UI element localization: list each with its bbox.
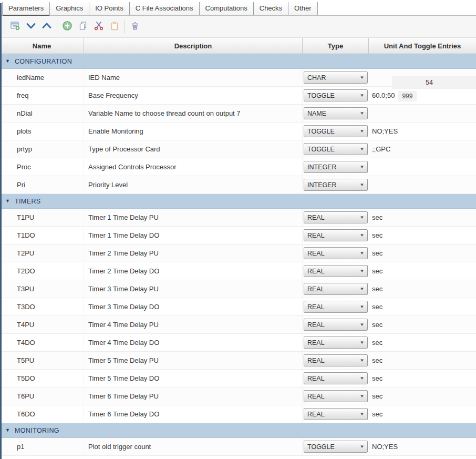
- param-description-cell[interactable]: Type of Processor Card: [84, 140, 303, 158]
- type-dropdown[interactable]: REAL ▼: [304, 319, 368, 331]
- collapse-triangle-icon[interactable]: ▼: [5, 59, 10, 64]
- type-dropdown[interactable]: REAL ▼: [304, 229, 368, 241]
- tab-other[interactable]: Other: [288, 2, 318, 15]
- move-down-button[interactable]: [23, 19, 39, 35]
- unit-editor-box[interactable]: 999: [398, 91, 417, 101]
- param-unit-cell[interactable]: sec: [369, 387, 476, 405]
- param-name-cell[interactable]: T5DO: [0, 370, 84, 387]
- param-unit-cell[interactable]: ;;GPC: [369, 140, 476, 158]
- param-name-cell[interactable]: T6DO: [0, 405, 84, 423]
- param-unit-cell[interactable]: NO;YES: [369, 438, 476, 455]
- param-description-cell[interactable]: Timer 1 Time Delay PU: [84, 209, 303, 226]
- param-unit-cell[interactable]: [369, 158, 476, 176]
- section-header[interactable]: ▼ TIMERS: [0, 194, 476, 209]
- param-unit-cell[interactable]: sec: [369, 227, 476, 244]
- tab-graphics[interactable]: Graphics: [50, 2, 89, 15]
- param-description-cell[interactable]: Timer 6 Time Delay DO: [84, 405, 303, 423]
- param-unit-cell[interactable]: sec: [369, 334, 476, 351]
- type-dropdown[interactable]: CHAR ▼: [304, 72, 368, 84]
- param-name-cell[interactable]: Pri: [0, 176, 84, 193]
- param-unit-cell[interactable]: sec: [369, 370, 476, 387]
- param-unit-cell[interactable]: NO;YES: [369, 123, 476, 140]
- param-description-cell[interactable]: Timer 4 Time Delay PU: [84, 316, 303, 333]
- section-header[interactable]: ▼ MONITORING: [0, 423, 476, 438]
- type-dropdown[interactable]: TOGGLE ▼: [304, 143, 368, 155]
- param-description-cell[interactable]: Enable Monitoring: [84, 123, 303, 140]
- param-name-cell[interactable]: nDial: [0, 105, 84, 122]
- param-description-cell[interactable]: Timer 3 Time Delay PU: [84, 280, 303, 298]
- param-unit-cell[interactable]: [369, 105, 476, 122]
- param-description-cell[interactable]: Assigned Controls Processor: [84, 158, 303, 176]
- section-header[interactable]: ▼ CONFIGURATION: [0, 54, 476, 69]
- column-header-name[interactable]: Name: [0, 38, 84, 54]
- param-unit-cell[interactable]: sec: [369, 316, 476, 333]
- move-up-button[interactable]: [39, 19, 55, 35]
- paste-button[interactable]: [107, 19, 122, 35]
- column-header-unit[interactable]: Unit And Toggle Entries: [369, 38, 476, 54]
- param-description-cell[interactable]: Timer 5 Time Delay PU: [84, 352, 303, 369]
- type-dropdown[interactable]: TOGGLE ▼: [304, 441, 368, 453]
- add-parameter-row-button[interactable]: [7, 19, 23, 35]
- param-description-cell[interactable]: Variable Name to choose thread count on …: [84, 105, 303, 122]
- param-name-cell[interactable]: T2PU: [0, 244, 84, 262]
- param-description-cell[interactable]: Timer 1 Time Delay DO: [84, 227, 303, 244]
- param-unit-cell[interactable]: sec: [369, 405, 476, 423]
- param-name-cell[interactable]: p1: [0, 438, 84, 455]
- type-dropdown[interactable]: REAL ▼: [304, 408, 368, 420]
- type-dropdown[interactable]: INTEGER ▼: [304, 161, 368, 173]
- type-dropdown[interactable]: INTEGER ▼: [304, 179, 368, 191]
- tab-c-file-associations[interactable]: C File Associations: [130, 2, 200, 15]
- param-unit-cell[interactable]: sec: [369, 209, 476, 226]
- tab-io-points[interactable]: IO Points: [89, 2, 129, 15]
- unit-editor-box[interactable]: 54: [392, 76, 476, 89]
- type-dropdown[interactable]: TOGGLE ▼: [304, 89, 368, 101]
- param-description-cell[interactable]: Plot old trigger count: [84, 438, 303, 455]
- param-name-cell[interactable]: plots: [0, 123, 84, 140]
- param-unit-cell[interactable]: 54: [369, 69, 476, 86]
- type-dropdown[interactable]: REAL ▼: [304, 336, 368, 349]
- param-name-cell[interactable]: prtyp: [0, 140, 84, 158]
- add-button[interactable]: [59, 19, 75, 35]
- type-dropdown[interactable]: REAL ▼: [304, 283, 368, 295]
- tab-computations[interactable]: Computations: [200, 2, 254, 15]
- type-dropdown[interactable]: REAL ▼: [304, 247, 368, 259]
- param-description-cell[interactable]: Base Frequency: [84, 87, 303, 104]
- param-name-cell[interactable]: T5PU: [0, 352, 84, 369]
- param-unit-cell[interactable]: sec: [369, 298, 476, 315]
- collapse-triangle-icon[interactable]: ▼: [5, 428, 10, 433]
- column-header-description[interactable]: Description: [84, 38, 303, 54]
- tab-parameters[interactable]: Parameters: [2, 2, 50, 15]
- cut-button[interactable]: [91, 19, 107, 35]
- type-dropdown[interactable]: REAL ▼: [304, 265, 368, 277]
- param-unit-cell[interactable]: sec: [369, 352, 476, 369]
- param-name-cell[interactable]: T4PU: [0, 316, 84, 333]
- param-description-cell[interactable]: Timer 5 Time Delay DO: [84, 370, 303, 387]
- param-description-cell[interactable]: Timer 6 Time Delay PU: [84, 387, 303, 405]
- type-dropdown[interactable]: REAL ▼: [304, 390, 368, 402]
- copy-button[interactable]: [75, 19, 91, 35]
- param-unit-cell[interactable]: sec: [369, 244, 476, 262]
- param-unit-cell[interactable]: [369, 176, 476, 193]
- param-name-cell[interactable]: T1PU: [0, 209, 84, 226]
- type-dropdown[interactable]: REAL ▼: [304, 301, 368, 313]
- type-dropdown[interactable]: NAME ▼: [304, 107, 368, 119]
- param-description-cell[interactable]: IED Name: [84, 69, 303, 86]
- type-dropdown[interactable]: REAL ▼: [304, 354, 368, 366]
- param-unit-cell[interactable]: sec: [369, 280, 476, 298]
- type-dropdown[interactable]: REAL ▼: [304, 211, 368, 223]
- param-name-cell[interactable]: T4DO: [0, 334, 84, 351]
- column-header-type[interactable]: Type: [303, 38, 369, 54]
- param-name-cell[interactable]: Proc: [0, 158, 84, 176]
- param-name-cell[interactable]: iedName: [0, 69, 84, 86]
- delete-button[interactable]: [127, 19, 143, 35]
- param-description-cell[interactable]: Timer 4 Time Delay DO: [84, 334, 303, 351]
- type-dropdown[interactable]: TOGGLE ▼: [304, 125, 368, 137]
- param-unit-cell[interactable]: 60.0;50 999: [369, 87, 476, 104]
- type-dropdown[interactable]: REAL ▼: [304, 372, 368, 384]
- param-name-cell[interactable]: T3PU: [0, 280, 84, 298]
- param-description-cell[interactable]: Timer 2 Time Delay PU: [84, 244, 303, 262]
- param-name-cell[interactable]: T2DO: [0, 262, 84, 280]
- param-description-cell[interactable]: Timer 2 Time Delay DO: [84, 262, 303, 280]
- param-name-cell[interactable]: T1DO: [0, 227, 84, 244]
- param-description-cell[interactable]: Timer 3 Time Delay DO: [84, 298, 303, 315]
